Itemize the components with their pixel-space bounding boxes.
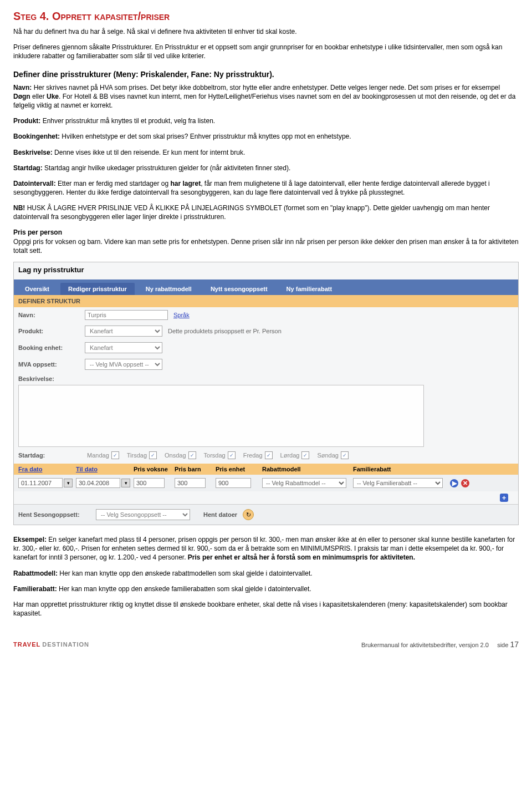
pris-enhet-input[interactable] (216, 478, 251, 488)
intro-1: Nå har du definert hva du har å selge. N… (13, 27, 519, 36)
label-startdag: Startdag: (13, 164, 43, 172)
ppp-title: Pris per person (13, 228, 519, 236)
text-beskrivelse: Denne vises ikke ut til den reisende. Er… (53, 149, 245, 156)
section-definer-struktur: DEFINER STRUKTUR (14, 295, 518, 307)
para-datointervall: Datointervall: Etter man er ferdig med s… (13, 179, 519, 197)
text-familierabatt: Her kan man knytte opp den ønskede famil… (57, 585, 311, 593)
hent-datoer-label: Hent datoer (203, 511, 237, 518)
checkbox-icon[interactable]: ✓ (111, 451, 119, 459)
add-row-area: + (14, 491, 518, 504)
label-datointervall: Datointervall: (13, 180, 56, 187)
col-fra-dato[interactable]: Fra dato (18, 466, 74, 472)
til-dato-input[interactable] (76, 478, 120, 488)
footer-page-label: side (497, 642, 510, 648)
footer-page-number: 17 (510, 640, 519, 649)
text-dato-b: har lagret (170, 180, 201, 187)
form-label-beskr: Beskrivelse: (18, 375, 79, 382)
para-eksempel: Eksempel: En selger kanefart med plass t… (13, 535, 519, 562)
label-nb: NB! (13, 204, 25, 212)
hent-sesong-select[interactable]: -- Velg Sesongoppsett -- (96, 509, 190, 520)
calendar-icon[interactable]: ▾ (121, 479, 130, 487)
day-mandag: Mandag✓ (87, 451, 119, 459)
para-bookingenhet: Bookingenhet: Hvilken enhetstype er det … (13, 132, 519, 141)
day-label: Mandag (87, 452, 109, 459)
text-dato-a: Etter man er ferdig med startdager og (56, 180, 171, 187)
text-navn-a: Her skrives navnet på HVA som prises. De… (32, 84, 500, 92)
booking-enhet-select[interactable]: Kanefart (85, 342, 162, 353)
calendar-icon[interactable]: ▾ (64, 479, 73, 487)
col-pris-barn: Pris barn (175, 466, 213, 472)
price-grid-row: ▾ ▾ -- Velg Rabattmodel -- -- Velg Famil… (14, 475, 518, 491)
text-navn-b2: Uke (47, 93, 59, 100)
page-heading: Steg 4. Opprett kapasitet/priser (13, 10, 519, 23)
navn-input[interactable] (85, 310, 168, 320)
form-label-navn: Navn: (18, 312, 79, 318)
intro-2: Priser defineres gjennom såkalte Prisstr… (13, 43, 519, 60)
pris-barn-input[interactable] (175, 478, 206, 488)
add-row-button[interactable]: + (500, 494, 508, 502)
app-title: Lag ny prisstruktur (14, 262, 518, 279)
rabattmodell-select[interactable]: -- Velg Rabattmodel -- (262, 478, 346, 488)
footer-right: Brukermanual for aktivitetsbedrifter, ve… (361, 640, 519, 649)
text-nb: HUSK Å LAGRE HVER PRISLINJE VED Å KLIKKE… (13, 204, 490, 221)
produkt-select[interactable]: Kanefart (85, 326, 162, 337)
text-rabattmodell: Her kan man knytte opp den ønskede rabat… (58, 570, 313, 577)
checkbox-icon[interactable]: ✓ (265, 451, 273, 459)
pris-voksne-input[interactable] (134, 478, 165, 488)
day-label: Torsdag (204, 452, 226, 459)
day-label: Tirsdag (127, 452, 147, 459)
hent-datoer-button[interactable]: ↻ (243, 509, 254, 520)
text-bookingenhet: Hvilken enhetstype er det som skal prise… (60, 133, 351, 140)
brand-travel: TRAVEL (13, 641, 40, 648)
tab-rediger-prisstruktur[interactable]: Rediger prisstruktur (60, 283, 135, 295)
page-footer: TRAVEL DESTINATION Brukermanual for akti… (13, 640, 519, 649)
label-produkt: Produkt: (13, 117, 40, 125)
form-label-produkt: Produkt: (18, 328, 79, 334)
sprak-link[interactable]: Språk (173, 312, 190, 318)
col-pris-voksne: Pris voksne (134, 466, 172, 472)
tab-ny-rabattmodell[interactable]: Ny rabattmodell (138, 283, 200, 295)
form-label-benhet: Booking enhet: (18, 344, 79, 351)
col-rabattmodell: Rabattmodell (262, 466, 351, 472)
tab-oversikt[interactable]: Oversikt (17, 283, 57, 295)
day-label: Lørdag (280, 452, 300, 459)
col-til-dato[interactable]: Til dato (76, 466, 131, 472)
checkbox-icon[interactable]: ✓ (341, 451, 349, 459)
produkt-note: Dette produktets prisoppsett er Pr. Pers… (168, 328, 282, 334)
day-fredag: Fredag✓ (243, 451, 273, 459)
familierabatt-select[interactable]: -- Velg Familierabatt -- (353, 478, 443, 488)
footer-doc: Brukermanual for aktivitetsbedrifter, ve… (361, 642, 489, 648)
label-rabattmodell: Rabattmodell: (13, 570, 58, 577)
price-grid-header: Fra dato Til dato Pris voksne Pris barn … (14, 464, 518, 475)
footer-brand: TRAVEL DESTINATION (13, 641, 89, 648)
text-startdag: Startdag angir hvilke ukedager prisstruk… (43, 164, 291, 172)
label-navn: Navn: (13, 84, 32, 92)
label-eksempel: Eksempel: (13, 536, 47, 543)
day-sondag: Søndag✓ (317, 451, 349, 459)
app-panel: Lag ny prisstruktur Oversikt Rediger pri… (13, 262, 519, 525)
checkbox-icon[interactable]: ✓ (301, 451, 309, 459)
fra-dato-input[interactable] (18, 478, 63, 488)
text-produkt: Enhver prisstruktur må knyttes til et pr… (40, 117, 215, 125)
col-pris-enhet: Pris enhet (216, 466, 260, 472)
para-startdag: Startdag: Startdag angir hvilke ukedager… (13, 164, 519, 172)
beskrivelse-textarea[interactable] (18, 385, 424, 447)
para-rabattmodell: Rabattmodell: Her kan man knytte opp den… (13, 569, 519, 578)
para-produkt: Produkt: Enhver prisstruktur må knyttes … (13, 116, 519, 125)
col-familierabatt: Familierabatt (353, 466, 447, 472)
save-row-icon[interactable]: ▶ (450, 479, 458, 487)
checkbox-icon[interactable]: ✓ (228, 451, 236, 459)
label-familierabatt: Familierabatt: (13, 585, 57, 593)
checkbox-icon[interactable]: ✓ (188, 451, 196, 459)
delete-row-icon[interactable]: ✕ (461, 479, 469, 487)
tab-nytt-sesongoppsett[interactable]: Nytt sesongoppsett (203, 283, 275, 295)
para-navn: Navn: Her skrives navnet på HVA som pris… (13, 83, 519, 110)
text-navn-tail: . For Hotell & BB vises navnet kun inter… (13, 93, 515, 109)
form-label-mva: MVA oppsett: (18, 361, 79, 368)
tab-ny-familierabatt[interactable]: Ny familierabatt (279, 283, 340, 295)
tabbar: Oversikt Rediger prisstruktur Ny rabattm… (14, 281, 518, 295)
checkbox-icon[interactable]: ✓ (149, 451, 157, 459)
label-bookingenhet: Bookingenhet: (13, 133, 60, 140)
mva-select[interactable]: -- Velg MVA oppsett -- (85, 359, 162, 370)
section-title-definer: Definer dine prisstrukturer (Meny: Prisk… (13, 70, 519, 79)
